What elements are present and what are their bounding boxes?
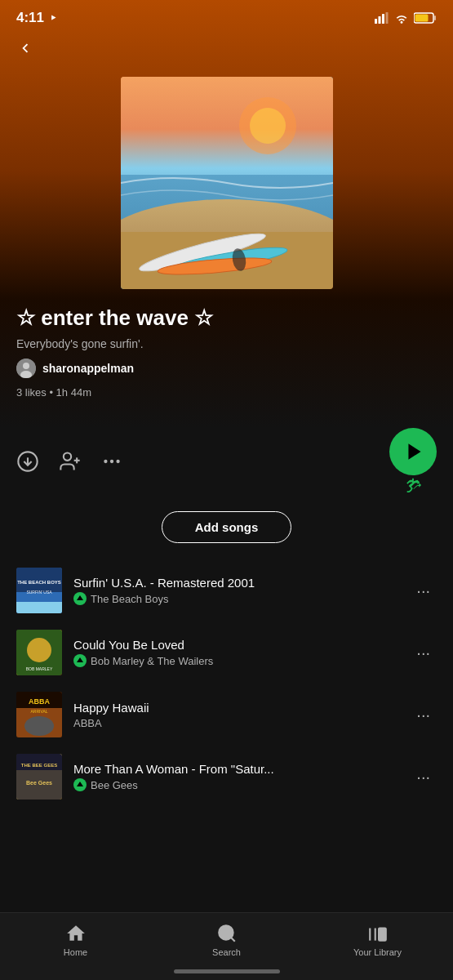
play-button[interactable]	[389, 428, 437, 475]
song-more-button[interactable]: ···	[410, 699, 437, 731]
svg-text:BOB MARLEY: BOB MARLEY	[26, 666, 53, 671]
svg-point-43	[24, 716, 54, 736]
song-item: THE BEACH BOYS SURFIN' USA Surfin' U.S.A…	[0, 559, 453, 621]
nav-home-label: Home	[64, 947, 87, 957]
song-artist-row: Bob Marley & The Wailers	[73, 654, 410, 667]
svg-rect-2	[382, 14, 384, 24]
song-thumbnail: BOB MARLEY	[16, 630, 62, 675]
svg-text:SURFIN' USA: SURFIN' USA	[26, 590, 52, 595]
song-artist: Bob Marley & The Wailers	[91, 655, 213, 667]
song-more-button[interactable]: ···	[410, 575, 437, 607]
song-info: Could You Be Loved Bob Marley & The Wail…	[73, 638, 410, 667]
song-artist: ABBA	[73, 717, 102, 729]
status-bar: 4:11 ‣	[0, 0, 453, 33]
downloaded-icon	[73, 654, 87, 667]
playlist-meta: 3 likes • 1h 44m	[16, 386, 437, 399]
svg-rect-3	[386, 12, 389, 24]
album-art	[121, 77, 333, 289]
svg-text:THE BEE GEES: THE BEE GEES	[21, 763, 57, 768]
action-row	[0, 428, 453, 495]
song-artist-row: ABBA	[73, 717, 410, 729]
home-indicator	[174, 969, 280, 973]
owner-name: sharonappelman	[42, 362, 134, 375]
add-songs-button[interactable]: Add songs	[162, 511, 292, 543]
nav-home[interactable]: Home	[0, 923, 151, 957]
nav-library-label: Your Library	[353, 947, 402, 957]
svg-rect-5	[434, 16, 436, 20]
svg-marker-28	[408, 443, 420, 460]
song-item: THE BEE GEES Bee Gees More Than A Woman …	[0, 746, 453, 808]
svg-point-16	[250, 108, 286, 144]
svg-marker-38	[77, 657, 83, 662]
svg-point-22	[64, 453, 71, 461]
song-info: Happy Hawaii ABBA	[73, 701, 410, 729]
song-thumbnail: THE BEE GEES Bee Gees	[16, 754, 62, 800]
playlist-title: ☆ enter the wave ☆	[16, 305, 437, 331]
action-left	[16, 450, 122, 473]
svg-point-36	[27, 638, 51, 662]
playlist-info: ☆ enter the wave ☆ Everybody's gone surf…	[0, 305, 453, 399]
svg-marker-48	[77, 782, 83, 786]
status-time: 4:11 ‣	[16, 10, 56, 26]
song-thumbnail: THE BEACH BOYS SURFIN' USA	[16, 568, 62, 613]
song-artist: Bee Gees	[91, 779, 138, 791]
svg-rect-0	[375, 19, 377, 24]
svg-point-18	[23, 363, 29, 369]
add-songs-container: Add songs	[0, 511, 453, 543]
back-button[interactable]	[0, 33, 51, 69]
svg-rect-31	[16, 602, 62, 613]
svg-point-27	[116, 460, 119, 463]
svg-point-49	[219, 925, 233, 939]
svg-text:ARRIVAL: ARRIVAL	[30, 709, 47, 714]
song-title: Could You Be Loved	[73, 638, 410, 652]
song-title: More Than A Woman - From "Satur...	[73, 762, 410, 776]
downloaded-icon	[73, 778, 87, 791]
svg-line-50	[231, 938, 235, 942]
song-info: Surfin' U.S.A. - Remastered 2001 The Bea…	[73, 576, 410, 605]
svg-point-25	[104, 460, 107, 463]
playlist-description: Everybody's gone surfin'.	[16, 337, 437, 350]
download-button[interactable]	[16, 450, 39, 473]
svg-rect-1	[379, 16, 381, 24]
nav-library[interactable]: Your Library	[302, 923, 453, 957]
owner-row: sharonappelman	[16, 359, 437, 378]
signal-icon	[375, 12, 389, 24]
svg-text:ABBA: ABBA	[29, 697, 50, 706]
song-thumbnail: ABBA ARRIVAL	[16, 692, 62, 737]
song-item: ABBA ARRIVAL Happy Hawaii ABBA ···	[0, 684, 453, 746]
album-art-container	[0, 69, 453, 305]
song-title: Happy Hawaii	[73, 701, 410, 715]
song-info: More Than A Woman - From "Satur... Bee G…	[73, 762, 410, 791]
downloaded-icon	[73, 592, 87, 605]
song-more-button[interactable]: ···	[410, 761, 437, 793]
svg-text:THE BEACH BOYS: THE BEACH BOYS	[17, 580, 61, 585]
nav-search-label: Search	[212, 947, 241, 957]
song-artist-row: Bee Gees	[73, 778, 410, 791]
svg-rect-53	[379, 929, 386, 941]
song-more-button[interactable]: ···	[410, 637, 437, 669]
song-artist-row: The Beach Boys	[73, 592, 410, 605]
shuffle-button[interactable]	[404, 477, 422, 495]
battery-icon	[414, 12, 437, 24]
song-artist: The Beach Boys	[91, 593, 168, 605]
song-title: Surfin' U.S.A. - Remastered 2001	[73, 576, 410, 590]
song-item: BOB MARLEY Could You Be Loved Bob Marley…	[0, 621, 453, 684]
svg-marker-34	[77, 595, 83, 600]
more-button[interactable]	[101, 451, 122, 472]
svg-text:Bee Gees: Bee Gees	[26, 780, 52, 786]
status-icons	[375, 12, 437, 24]
song-list: THE BEACH BOYS SURFIN' USA Surfin' U.S.A…	[0, 559, 453, 808]
nav-search[interactable]: Search	[151, 923, 302, 957]
follow-button[interactable]	[59, 450, 82, 473]
svg-rect-6	[415, 15, 429, 22]
wifi-icon	[394, 12, 409, 24]
svg-point-26	[110, 460, 113, 463]
owner-avatar	[16, 359, 36, 378]
play-shuffle-group	[389, 428, 437, 495]
